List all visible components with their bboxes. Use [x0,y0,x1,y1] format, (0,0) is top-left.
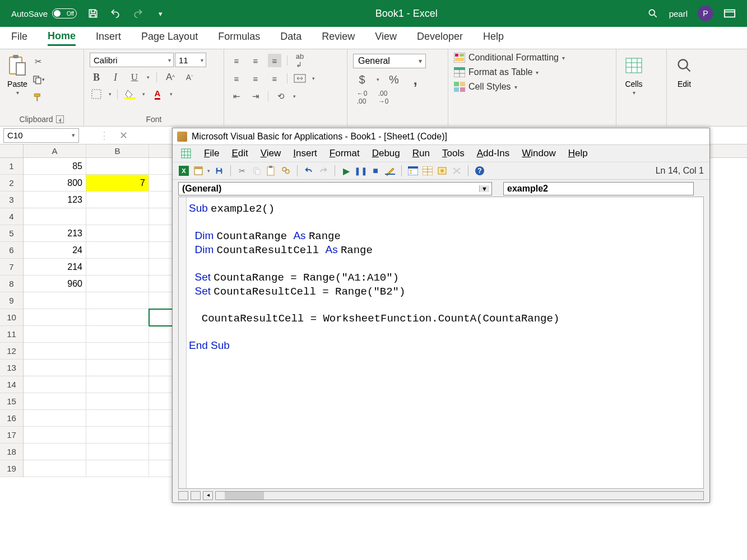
vbe-menu-view[interactable]: View [261,148,281,159]
cell[interactable]: 214 [24,259,86,276]
paste-button[interactable]: Paste ▾ [6,53,29,113]
currency-icon[interactable]: $ [355,73,369,86]
merge-icon[interactable] [293,72,307,85]
vbe-procedure-combo[interactable]: example2 [503,182,694,195]
align-left-icon[interactable]: ≡ [230,72,243,85]
cell[interactable]: 213 [24,225,86,242]
copy-icon[interactable]: ▾ [31,73,45,86]
tab-home[interactable]: Home [48,30,76,46]
vbe-redo-icon[interactable] [318,165,329,176]
tab-developer[interactable]: Developer [417,31,463,45]
cell[interactable] [86,444,149,460]
cell[interactable] [86,343,149,360]
cell[interactable] [86,259,149,276]
vbe-menu-help[interactable]: Help [568,148,588,159]
cell[interactable] [86,360,149,376]
cell[interactable] [24,208,86,225]
cell[interactable] [86,326,149,343]
cell[interactable] [24,292,86,309]
wrap-text-icon[interactable]: ab↲ [293,54,307,67]
tab-review[interactable]: Review [322,31,355,45]
orientation-icon[interactable]: ⟲ [274,90,287,103]
vbe-break-icon[interactable]: ❚❚ [355,165,366,176]
vbe-menu-edit[interactable]: Edit [231,148,248,159]
font-size-select[interactable]: 11▾ [175,53,206,67]
cells-button[interactable]: Cells ▾ [622,53,646,113]
row-header[interactable]: 17 [0,427,24,444]
align-middle-icon[interactable]: ≡ [249,54,262,67]
row-header[interactable]: 16 [0,410,24,427]
font-color-icon[interactable]: A [151,87,164,101]
vbe-title-bar[interactable]: Microsoft Visual Basic for Applications … [173,128,709,145]
vbe-menu-insert[interactable]: Insert [293,148,317,159]
clipboard-dialog-launcher[interactable] [56,115,64,123]
row-header[interactable]: 4 [0,208,24,225]
vbe-paste-icon[interactable] [266,165,277,176]
row-header[interactable]: 8 [0,276,24,292]
cell[interactable] [86,309,149,326]
cell[interactable] [24,360,86,376]
tab-file[interactable]: File [11,31,27,45]
row-header[interactable]: 7 [0,259,24,276]
undo-icon[interactable] [109,7,122,20]
vbe-reset-icon[interactable]: ■ [370,165,381,176]
cell[interactable] [86,292,149,309]
vbe-save-icon[interactable] [214,165,225,176]
cell[interactable] [24,376,86,393]
vbe-insert-module-icon[interactable] [193,165,204,176]
vbe-copy-icon[interactable] [251,165,262,176]
bold-button[interactable]: B [90,71,103,84]
cell[interactable]: 123 [24,192,86,208]
cancel-formula-icon[interactable]: ✕ [119,129,128,142]
select-all-corner[interactable] [0,144,24,157]
format-painter-icon[interactable] [31,91,45,104]
align-center-icon[interactable]: ≡ [249,72,262,85]
row-header[interactable]: 1 [0,158,24,175]
cell-styles-button[interactable]: Cell Styles ▾ [454,82,565,92]
vbe-full-module-view-icon[interactable] [191,491,201,500]
cell[interactable]: 24 [24,242,86,259]
fill-color-icon[interactable] [123,87,137,101]
vbe-run-icon[interactable]: ▶ [341,165,352,176]
underline-button[interactable]: U [128,71,141,84]
row-header[interactable]: 19 [0,460,24,477]
tab-page-layout[interactable]: Page Layout [141,31,198,45]
qat-customize-icon[interactable]: ▾ [154,7,166,20]
cell[interactable] [86,208,149,225]
decrease-decimal-icon[interactable]: .00→0 [377,91,390,104]
cell[interactable]: 960 [24,276,86,292]
vbe-menu-format[interactable]: Format [330,148,360,159]
cell[interactable]: 7 [86,175,149,192]
vbe-code-text[interactable]: Sub example2() Dim CountaRange As Range … [189,202,559,353]
tab-insert[interactable]: Insert [96,31,121,45]
vbe-toolbox-icon[interactable] [451,165,462,176]
cell[interactable]: 85 [24,158,86,175]
row-header[interactable]: 9 [0,292,24,309]
autosave-switch[interactable]: Off [52,8,77,18]
cell[interactable] [24,427,86,444]
format-as-table-button[interactable]: Format as Table ▾ [454,67,565,77]
vbe-procedure-view-icon[interactable] [178,491,188,500]
user-avatar[interactable]: P [698,6,713,21]
vbe-object-combo[interactable]: (General)▼ [178,182,492,195]
row-header[interactable]: 3 [0,192,24,208]
vbe-help-icon[interactable]: ? [474,165,485,176]
row-header[interactable]: 10 [0,309,24,326]
cell[interactable] [86,276,149,292]
cell[interactable] [24,326,86,343]
grow-font-icon[interactable]: A^ [164,71,177,84]
cell[interactable] [86,460,149,477]
align-bottom-icon[interactable]: ≡ [268,54,281,67]
tab-data[interactable]: Data [280,31,301,45]
vbe-scroll-left-icon[interactable]: ◂ [203,491,213,500]
editing-button[interactable]: Edit [672,53,696,113]
conditional-formatting-button[interactable]: Conditional Formatting ▾ [454,53,565,63]
vbe-horizontal-scrollbar[interactable] [215,491,704,500]
align-top-icon[interactable]: ≡ [230,54,243,67]
vbe-undo-icon[interactable] [303,165,314,176]
redo-icon[interactable] [132,7,144,20]
row-header[interactable]: 18 [0,444,24,460]
vbe-excel-icon[interactable]: X [178,165,189,176]
tab-formulas[interactable]: Formulas [218,31,260,45]
cell[interactable] [86,393,149,410]
